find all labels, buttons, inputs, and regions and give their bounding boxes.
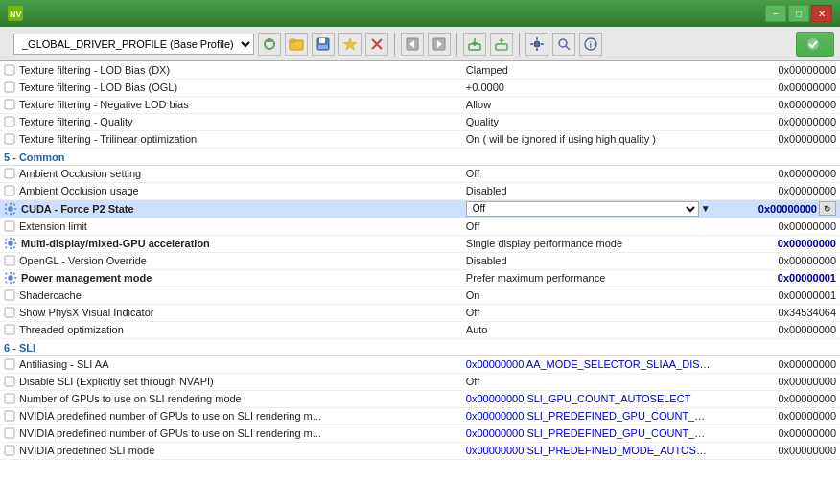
table-row[interactable]: Threaded optimizationAuto0x00000000: [0, 321, 840, 338]
table-row[interactable]: Extension limitOff0x00000000: [0, 218, 840, 235]
svg-rect-35: [5, 117, 14, 126]
star-button[interactable]: [338, 33, 362, 56]
save-button[interactable]: [312, 33, 335, 56]
reload-button[interactable]: [258, 33, 281, 56]
hex-value: 0x00000000: [778, 445, 836, 456]
table-row[interactable]: NVIDIA predefined SLI mode0x00000000 SLI…: [0, 442, 840, 459]
close-button[interactable]: ✕: [811, 5, 832, 22]
svg-marker-21: [499, 38, 504, 41]
row-name: NVIDIA predefined SLI mode: [19, 445, 154, 456]
checkbox-icon: [4, 99, 15, 110]
checkbox-icon: [4, 81, 15, 93]
svg-rect-33: [5, 82, 14, 92]
table-row[interactable]: OpenGL - Version OverrideDisabled0x00000…: [0, 252, 840, 269]
profile-dropdown[interactable]: _GLOBAL_DRIVER_PROFILE (Base Profile): [13, 34, 254, 55]
row-name: CUDA - Force P2 State: [21, 203, 134, 215]
row-name: Antiliasing - SLI AA: [19, 358, 109, 370]
row-name: Power management mode: [21, 272, 152, 284]
table-row[interactable]: Texture filtering - LOD Bias (OGL)+0.000…: [0, 79, 840, 96]
row-name: Extension limit: [19, 220, 87, 232]
delete-button[interactable]: [365, 33, 388, 56]
table-row[interactable]: Show PhysX Visual IndicatorOff0x34534064: [0, 304, 840, 321]
checkbox-icon: [4, 220, 15, 232]
next-button[interactable]: [428, 33, 451, 56]
row-name: Show PhysX Visual Indicator: [19, 307, 153, 318]
row-value: Prefer maximum performance: [466, 272, 606, 284]
svg-rect-62: [5, 277, 8, 279]
svg-rect-48: [5, 221, 14, 231]
table-row[interactable]: NVIDIA predefined number of GPUs to use …: [0, 407, 840, 424]
minimize-button[interactable]: −: [765, 5, 786, 22]
maximize-button[interactable]: □: [788, 5, 809, 22]
row-value-link[interactable]: 0x00000000 SLI_PREDEFINED_MODE_AUTOSELEC…: [466, 445, 714, 456]
svg-rect-23: [536, 37, 538, 40]
table-row[interactable]: Power management modePrefer maximum perf…: [0, 269, 840, 286]
revert-button[interactable]: ↻: [819, 201, 836, 216]
apply-changes-button[interactable]: [796, 32, 834, 57]
settings-table-container[interactable]: Texture filtering - LOD Bias (DX)Clamped…: [0, 61, 840, 504]
prev-button[interactable]: [401, 33, 424, 56]
table-row[interactable]: Texture filtering - Negative LOD biasAll…: [0, 96, 840, 113]
table-row[interactable]: Multi-display/mixed-GPU accelerationSing…: [0, 235, 840, 252]
svg-rect-65: [13, 272, 16, 275]
svg-rect-75: [5, 428, 14, 438]
svg-marker-9: [344, 38, 357, 50]
search-button[interactable]: [552, 33, 575, 56]
cuda-p2-dropdown[interactable]: Off: [466, 201, 699, 217]
table-row[interactable]: Antiliasing - SLI AA0x00000000 AA_MODE_S…: [0, 355, 840, 373]
settings-button[interactable]: [525, 33, 548, 56]
table-row[interactable]: Texture filtering - QualityQuality0x0000…: [0, 113, 840, 130]
settings-icon: [529, 36, 545, 52]
table-row[interactable]: NVIDIA predefined number of GPUs to use …: [0, 424, 840, 442]
svg-rect-63: [14, 277, 17, 279]
table-row[interactable]: Disable SLI (Explicitly set through NVAP…: [0, 373, 840, 390]
search-icon: [556, 36, 572, 52]
row-name: NVIDIA predefined number of GPUs to use …: [19, 427, 321, 439]
row-value-link[interactable]: 0x00000000 SLI_GPU_COUNT_AUTOSELECT: [466, 393, 691, 404]
prev-icon: [406, 37, 419, 51]
hex-value: 0x00000000: [778, 185, 836, 196]
table-row[interactable]: ShadercacheOn0x00000001: [0, 286, 840, 304]
checkbox-icon: [4, 168, 15, 179]
table-row[interactable]: Number of GPUs to use on SLI rendering m…: [0, 390, 840, 407]
svg-rect-71: [5, 359, 14, 369]
table-row[interactable]: Texture filtering - Trilinear optimizati…: [0, 130, 840, 148]
row-name: Texture filtering - Trilinear optimizati…: [19, 133, 197, 145]
svg-point-59: [9, 276, 13, 281]
hex-value: 0x00000000: [778, 324, 836, 335]
info-icon: i: [583, 36, 598, 52]
import-button[interactable]: [490, 33, 513, 56]
hex-value: 0x00000000: [778, 81, 836, 93]
next-icon: [432, 37, 446, 51]
main-content: Texture filtering - LOD Bias (DX)Clamped…: [0, 61, 840, 504]
svg-rect-34: [5, 100, 14, 109]
open-button[interactable]: [285, 33, 308, 56]
row-value: Disabled: [466, 185, 507, 196]
row-value-link[interactable]: 0x00000000 SLI_PREDEFINED_GPU_COUNT_AUTO…: [466, 410, 714, 422]
row-name: Shadercache: [19, 289, 82, 301]
svg-rect-8: [318, 45, 328, 49]
svg-rect-74: [5, 411, 14, 421]
svg-rect-64: [5, 272, 8, 275]
title-bar-left: NV: [8, 6, 29, 21]
checkbox-icon: [4, 358, 15, 370]
row-name: Texture filtering - Quality: [19, 116, 133, 127]
checkbox-icon: [4, 255, 15, 266]
svg-rect-25: [530, 43, 533, 45]
svg-point-31: [807, 38, 819, 50]
row-name: Disable SLI (Explicitly set through NVAP…: [19, 376, 214, 387]
table-row[interactable]: CUDA - Force P2 State Off ▼ 0x00000000 ↻: [0, 199, 840, 218]
svg-rect-36: [5, 134, 14, 144]
export-button[interactable]: [463, 33, 486, 56]
table-row[interactable]: Ambient Occlusion settingOff0x00000000: [0, 165, 840, 182]
title-bar-controls: − □ ✕: [765, 5, 832, 22]
row-value-link[interactable]: 0x00000000 AA_MODE_SELECTOR_SLIAA_DISABL…: [466, 358, 714, 370]
checkbox-icon: [4, 393, 15, 404]
row-value: Auto: [466, 324, 488, 335]
info-button[interactable]: i: [579, 33, 602, 56]
table-row[interactable]: Ambient Occlusion usageDisabled0x0000000…: [0, 182, 840, 199]
table-row[interactable]: Texture filtering - LOD Bias (DX)Clamped…: [0, 61, 840, 79]
row-value-link[interactable]: 0x00000000 SLI_PREDEFINED_GPU_COUNT_DX10…: [466, 427, 714, 439]
toolbar-separator-2: [456, 33, 457, 56]
checkbox-icon: [4, 307, 15, 318]
